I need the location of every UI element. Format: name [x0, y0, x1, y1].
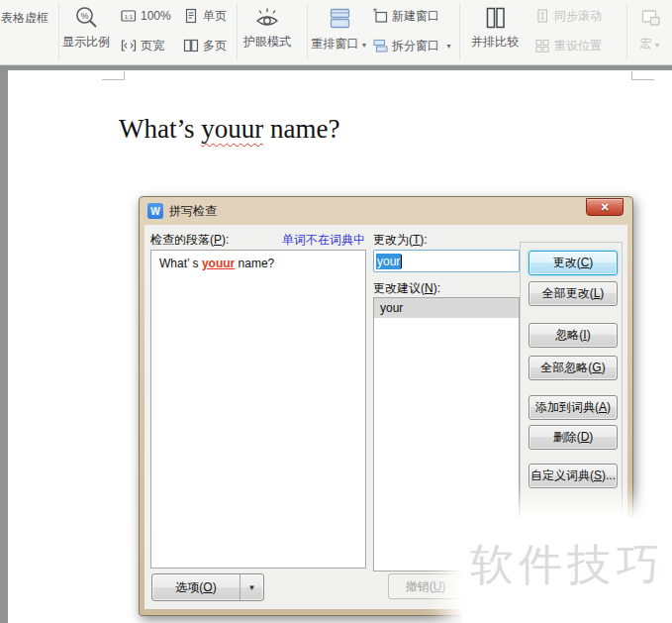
eye-icon — [253, 2, 281, 34]
wps-app-icon: W — [147, 203, 163, 219]
delete-button[interactable]: 删除(D) — [528, 425, 618, 450]
page-width-button[interactable]: 页宽 — [121, 37, 164, 54]
rearrange-window-button[interactable]: 重排窗口▼ — [310, 2, 369, 52]
dialog-title: 拼写检查 — [169, 203, 217, 220]
suggestions-label: 更改建议(N): — [373, 280, 440, 297]
eye-protection-button[interactable]: 护眼模式 — [240, 2, 294, 51]
zoom-ratio-button[interactable]: % 显示比例 — [61, 2, 111, 51]
preview-misspelled-word: youur — [202, 257, 235, 270]
suggestion-item[interactable]: your — [374, 298, 519, 318]
add-to-dictionary-button[interactable]: 添加到词典(A) — [528, 395, 618, 420]
margin-crop-mark — [102, 71, 125, 80]
chevron-down-icon: ▼ — [445, 43, 452, 50]
multi-page-label: 多页 — [203, 38, 227, 54]
sync-scroll-icon — [534, 8, 550, 24]
document-text[interactable]: What’s youur name? — [119, 114, 339, 145]
preview-after: name? — [235, 257, 274, 270]
side-by-side-button[interactable]: 并排比较 — [465, 2, 525, 51]
watermark-text: 软件技巧 — [470, 536, 664, 594]
options-button[interactable]: 选项(O) ▼ — [151, 573, 264, 601]
new-window-label: 新建窗口 — [392, 8, 439, 25]
split-window-icon — [372, 38, 388, 53]
watermark-overlay: 软件技巧 — [462, 518, 672, 623]
page-width-label: 页宽 — [141, 38, 164, 54]
chevron-down-icon: ▼ — [654, 42, 661, 49]
one-to-one-icon: 1:1 — [121, 8, 137, 24]
custom-dictionary-button[interactable]: 自定义词典(S)... — [528, 464, 618, 488]
paragraph-label: 检查的段落(P): — [150, 232, 229, 249]
undo-button: 撤销(U) — [388, 573, 463, 599]
reset-position-button: 重设位置 — [534, 37, 602, 54]
table-frame-option[interactable]: 表格虚框 — [1, 9, 48, 27]
options-dropdown-arrow[interactable]: ▼ — [240, 574, 263, 600]
options-label: 选项(O) — [152, 579, 240, 596]
single-page-button[interactable]: 单页 — [183, 7, 227, 25]
rearrange-window-label: 重排窗口 — [312, 37, 359, 51]
selected-input-text: your — [376, 254, 401, 269]
change-button[interactable]: 更改(C) — [528, 251, 618, 275]
margin-crop-mark — [631, 71, 654, 80]
side-by-side-icon — [482, 2, 509, 34]
preview-before: What’ s — [159, 257, 202, 270]
multi-page-button[interactable]: 多页 — [183, 37, 227, 54]
close-button[interactable]: ✕ — [586, 198, 624, 216]
zoom-100-label: 100% — [141, 9, 171, 23]
toolbar-separator — [58, 3, 59, 60]
reset-position-label: 重设位置 — [554, 38, 602, 54]
macro-button: 宏▼ — [631, 2, 669, 52]
macro-label: 宏 — [640, 37, 652, 51]
table-frame-label: 表格虚框 — [1, 10, 48, 27]
macro-icon — [637, 2, 664, 34]
change-all-button[interactable]: 全部更改(L) — [528, 281, 618, 306]
new-window-button[interactable]: * 新建窗口 — [372, 7, 439, 25]
sync-scroll-button: 同步滚动 — [534, 7, 602, 25]
multi-page-icon — [183, 38, 199, 53]
change-to-label: 更改为(T): — [373, 232, 428, 249]
svg-text:*: * — [373, 8, 377, 18]
stacked-windows-icon — [327, 2, 353, 34]
zoom-percent-icon: % — [73, 2, 100, 34]
dialog-titlebar[interactable]: W 拼写检查 — [140, 197, 632, 225]
doc-text-before: What’s — [119, 114, 201, 144]
zoom-ratio-label: 显示比例 — [62, 34, 110, 51]
change-to-input[interactable]: your — [373, 250, 520, 272]
eye-protection-label: 护眼模式 — [243, 34, 291, 51]
toolbar-separator — [626, 3, 627, 60]
single-page-label: 单页 — [203, 8, 227, 25]
chevron-down-icon: ▼ — [361, 42, 368, 49]
page-width-icon — [121, 38, 137, 53]
checked-paragraph-panel[interactable]: What’ s youur name? — [150, 250, 366, 569]
reset-position-icon — [534, 38, 550, 53]
svg-text:1:1: 1:1 — [125, 14, 134, 20]
status-hint: 单词不在词典中 — [282, 232, 365, 249]
ignore-button[interactable]: 忽略(I) — [528, 323, 618, 348]
text-caret — [401, 255, 402, 268]
zoom-100-button[interactable]: 1:1 100% — [121, 7, 171, 25]
doc-misspelled-word: youur — [201, 114, 263, 144]
app-window: 表格虚框 % 显示比例 1:1 100% 页宽 单页 — [0, 0, 672, 623]
split-window-button[interactable]: 拆分窗口▼ — [372, 37, 452, 54]
new-window-icon: * — [372, 8, 388, 24]
ignore-all-button[interactable]: 全部忽略(G) — [528, 356, 618, 380]
toolbar-separator — [459, 3, 460, 60]
svg-text:%: % — [80, 11, 88, 21]
single-page-icon — [183, 8, 199, 24]
toolbar-separator — [237, 3, 238, 60]
doc-text-after: name? — [263, 114, 339, 144]
sync-scroll-label: 同步滚动 — [554, 8, 602, 25]
view-toolbar: 表格虚框 % 显示比例 1:1 100% 页宽 单页 — [0, 0, 672, 65]
split-window-label: 拆分窗口 — [392, 38, 439, 54]
side-by-side-label: 并排比较 — [471, 34, 519, 51]
toolbar-separator — [307, 3, 308, 60]
